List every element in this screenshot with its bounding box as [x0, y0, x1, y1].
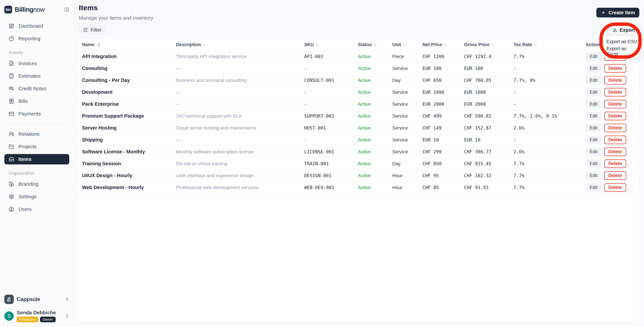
- edit-button[interactable]: Edit: [586, 147, 602, 156]
- item-gross-price-cell: CHF 1292.4: [461, 51, 510, 62]
- item-unit-cell: Service: [389, 146, 420, 158]
- export-button[interactable]: Export: [608, 26, 639, 35]
- item-actions-cell: EditDelete: [582, 62, 639, 74]
- item-gross-price-cell: CHF 590.82: [461, 110, 510, 122]
- sidebar-item-invoices[interactable]: Invoices: [4, 58, 69, 69]
- sidebar-item-estimates[interactable]: Estimates: [4, 71, 69, 81]
- sidebar-collapse-icon[interactable]: [64, 7, 69, 12]
- item-net-price-cell: CHF 149: [420, 122, 461, 134]
- item-sku-cell: WEB-DEV-001: [301, 182, 355, 193]
- item-description-cell: —: [173, 134, 301, 146]
- item-unit-cell: Service: [389, 134, 420, 146]
- table-row: Development—-ActiveServiceEUR 1000EUR 10…: [79, 86, 639, 98]
- item-status-cell: Active: [355, 74, 389, 86]
- edit-button[interactable]: Edit: [586, 64, 602, 73]
- edit-button[interactable]: Edit: [586, 100, 602, 108]
- section-label-organization: Organization: [4, 171, 69, 176]
- sort-updown-icon: ↑↓: [316, 43, 318, 47]
- sidebar-item-items[interactable]: Items: [4, 154, 69, 164]
- settings-icon: [9, 194, 14, 199]
- sidebar-item-projects[interactable]: Projects: [4, 141, 69, 152]
- sidebar-item-label: Bills: [18, 98, 28, 104]
- item-gross-price-cell: CHF 152.87: [461, 122, 510, 134]
- item-name-cell: Shipping: [79, 134, 173, 146]
- item-net-price-cell: EUR 1000: [420, 86, 461, 98]
- sort-updown-icon: ↑↓: [491, 43, 494, 47]
- column-header-unit[interactable]: Unit↑↓: [389, 39, 420, 51]
- edit-button[interactable]: Edit: [586, 159, 602, 168]
- column-header-name[interactable]: Name↑ZA: [79, 39, 173, 51]
- sort-updown-icon: ↑↓: [202, 43, 206, 47]
- edit-button[interactable]: Edit: [586, 183, 602, 192]
- item-status-cell: Active: [355, 110, 389, 122]
- delete-button[interactable]: Delete: [604, 88, 626, 97]
- column-header-tax_rate[interactable]: Tax Rate↑↓: [510, 39, 582, 51]
- sidebar-item-label: Estimates: [18, 73, 40, 79]
- delete-button[interactable]: Delete: [604, 100, 626, 108]
- delete-button[interactable]: Delete: [604, 136, 626, 144]
- delete-button[interactable]: Delete: [604, 112, 626, 120]
- column-header-sku[interactable]: SKU↑↓: [301, 39, 355, 51]
- sidebar-item-payments[interactable]: Payments: [4, 109, 69, 119]
- column-header-net_price[interactable]: Net Price↑↓: [420, 39, 461, 51]
- item-description-cell: —: [173, 86, 301, 98]
- org-switcher[interactable]: Cappsule: [4, 295, 69, 304]
- table-row: Pack Enterprise—-ActiveServiceEUR 2000EU…: [79, 98, 639, 110]
- delete-button[interactable]: Delete: [604, 76, 626, 85]
- sidebar-item-users[interactable]: Users: [4, 204, 69, 214]
- item-name-cell: Premium Support Package: [79, 110, 173, 122]
- delete-button[interactable]: Delete: [604, 159, 626, 168]
- filter-button[interactable]: Filter: [79, 25, 106, 35]
- projects-icon: [9, 144, 14, 149]
- org-name: Cappsule: [17, 296, 40, 302]
- sidebar-item-reporting[interactable]: Reporting: [4, 33, 69, 44]
- edit-button[interactable]: Edit: [586, 76, 602, 85]
- sidebar-item-settings[interactable]: Settings: [4, 191, 69, 202]
- item-description-cell: —: [173, 98, 301, 110]
- export-menu-item-excel[interactable]: Export as Excel: [603, 47, 639, 56]
- delete-button[interactable]: Delete: [604, 124, 626, 132]
- user-menu[interactable]: S Senda Debbiche Enterprise Owner: [4, 310, 69, 322]
- edit-button[interactable]: Edit: [586, 124, 602, 132]
- users-icon: [9, 207, 14, 212]
- sidebar-item-credit-notes[interactable]: Credit Notes: [4, 83, 69, 94]
- sidebar-item-branding[interactable]: Branding: [4, 179, 69, 189]
- create-item-button[interactable]: Create Item: [596, 8, 639, 18]
- section-label-activity: Activity: [4, 50, 69, 55]
- item-actions-cell: EditDelete: [582, 98, 639, 110]
- edit-button[interactable]: Edit: [586, 171, 602, 180]
- column-header-status[interactable]: Status↑↓: [355, 39, 389, 51]
- item-actions-cell: EditDelete: [582, 146, 639, 158]
- sidebar-item-relations[interactable]: Relations: [4, 129, 69, 139]
- item-status-cell: Active: [355, 122, 389, 134]
- column-header-description[interactable]: Description↑↓: [173, 39, 301, 51]
- edit-button[interactable]: Edit: [586, 88, 602, 97]
- relations-icon: [9, 131, 14, 137]
- item-sku-cell: -: [301, 86, 355, 98]
- item-tax-rate-cell: 2.6%: [510, 146, 582, 158]
- delete-button[interactable]: Delete: [604, 147, 626, 156]
- delete-button[interactable]: Delete: [604, 183, 626, 192]
- sidebar: bn Billingnow DashboardReportingActivity…: [0, 0, 74, 327]
- item-gross-price-cell: CHF 700.05: [461, 74, 510, 86]
- item-description-cell: Business and technical consulting: [173, 74, 301, 86]
- sidebar-item-bills[interactable]: Bills: [4, 96, 69, 106]
- item-sku-cell: SUPPORT-001: [301, 110, 355, 122]
- item-tax-rate-cell: 7.7%: [510, 182, 582, 193]
- edit-button[interactable]: Edit: [586, 52, 602, 61]
- delete-button[interactable]: Delete: [604, 171, 626, 180]
- reporting-icon: [9, 36, 14, 41]
- item-sku-cell: API-001: [301, 51, 355, 62]
- download-icon: [612, 28, 617, 32]
- delete-button[interactable]: Delete: [604, 64, 626, 73]
- sidebar-item-label: Branding: [18, 181, 38, 187]
- export-menu-item-csv[interactable]: Export as CSV: [603, 37, 639, 47]
- sidebar-item-label: Dashboard: [18, 23, 43, 29]
- item-description-cell: Monthly software subscription license: [173, 146, 301, 158]
- edit-button[interactable]: Edit: [586, 112, 602, 120]
- edit-button[interactable]: Edit: [586, 136, 602, 144]
- sidebar-item-dashboard[interactable]: Dashboard: [4, 21, 69, 31]
- column-header-gross_price[interactable]: Gross Price↑↓: [461, 39, 510, 51]
- item-net-price-cell: CHF 499: [420, 110, 461, 122]
- sort-updown-icon: ↑↓: [374, 43, 376, 47]
